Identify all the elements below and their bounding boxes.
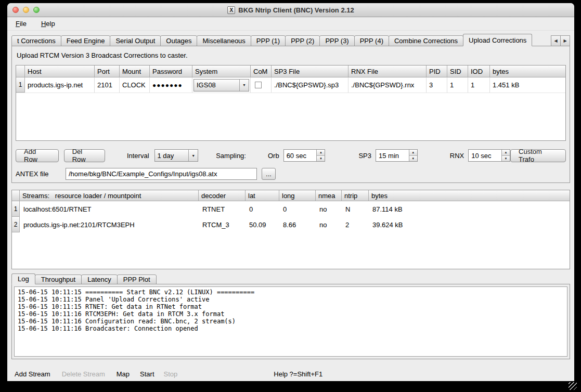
system-select[interactable]: IGS08 ▼: [193, 79, 249, 92]
tab-log[interactable]: Log: [11, 273, 35, 284]
log-line: 15-06-15 10:11:16 RTCM3EPH: Get data in …: [18, 310, 564, 318]
tab-throughput[interactable]: Throughput: [35, 275, 82, 284]
tab-combine-corrections[interactable]: Combine Corrections: [389, 35, 463, 46]
orb-label: Orb: [268, 152, 279, 160]
cell-port[interactable]: 2101: [95, 77, 120, 93]
tab-ppp-4[interactable]: PPP (4): [354, 35, 389, 46]
cell-iod[interactable]: 1: [468, 77, 490, 93]
chevron-down-icon: ▼: [239, 80, 249, 91]
menu-file[interactable]: File: [14, 19, 29, 29]
add-stream-button[interactable]: Add Stream: [15, 370, 50, 378]
log-line: 15-06-15 10:11:16 Broadcaster: Connectio…: [18, 325, 564, 332]
column-header-lat: lat: [246, 190, 279, 201]
orb-spinbox[interactable]: 60 sec ▲ ▼: [283, 149, 326, 162]
stream-row[interactable]: 1 localhost:6501/RTNET RTNET 0 0 no N 87…: [12, 201, 570, 217]
tab-latency[interactable]: Latency: [81, 275, 118, 284]
spin-up-button[interactable]: ▲: [502, 150, 510, 156]
cell-system: IGS08 ▼: [192, 77, 251, 93]
window-title: BKG Ntrip Client (BNC) Version 2.12: [238, 6, 354, 14]
del-row-button[interactable]: Del Row: [64, 149, 105, 162]
log-line: 15-06-15 10:11:15 ========== Start BNC v…: [18, 289, 564, 296]
zoom-button[interactable]: [33, 7, 40, 13]
tab-feed-engine[interactable]: Feed Engine: [61, 35, 111, 46]
tab-serial-output[interactable]: Serial Output: [110, 35, 161, 46]
interval-select[interactable]: 1 day ▼: [154, 149, 199, 162]
rnx-spinbox[interactable]: 10 sec ▲ ▼: [468, 149, 510, 162]
window-title-wrap: X BKG Ntrip Client (BNC) Version 2.12: [227, 6, 354, 14]
cell-sid[interactable]: 1: [447, 77, 468, 93]
chevron-down-icon: ▼: [188, 150, 198, 161]
cell-decoder: RTCM_3: [199, 217, 246, 232]
spin-up-button[interactable]: ▲: [409, 150, 417, 156]
help-shortcut-label[interactable]: Help ?=Shift+F1: [274, 370, 322, 378]
menu-help[interactable]: Help: [39, 19, 57, 29]
sampling-label: Sampling:: [216, 152, 246, 160]
start-button[interactable]: Start: [140, 370, 154, 378]
column-header-bytes: bytes: [369, 190, 570, 201]
cell-ntrip: 2: [342, 217, 369, 232]
cell-password[interactable]: ●●●●●●●: [150, 77, 192, 93]
spin-down-button[interactable]: ▼: [409, 156, 417, 162]
column-header-ntrip: ntrip: [342, 190, 369, 201]
tab-ppp-2[interactable]: PPP (2): [285, 35, 320, 46]
streams-header-row: Streams: resource loader / mountpoint de…: [12, 190, 570, 201]
column-header-mount: Mount: [120, 66, 150, 77]
custom-trafo-button[interactable]: Custom Trafo: [510, 149, 566, 162]
column-header-sp3-file: SP3 File: [272, 66, 348, 77]
cell-lat: 0: [246, 201, 279, 217]
cell-long: 0: [279, 201, 316, 217]
row-number[interactable]: 1: [16, 77, 25, 93]
log-output[interactable]: 15-06-15 10:11:15 ========== Start BNC v…: [14, 286, 567, 357]
resize-grip[interactable]: [569, 382, 577, 390]
upload-controls-row: Add Row Del Row Interval 1 day ▼ Samplin…: [16, 149, 566, 162]
monitor-tab-bar: Log Throughput Latency PPP Plot: [11, 273, 570, 284]
cell-host[interactable]: products.igs-ip.net: [25, 77, 95, 93]
add-row-button[interactable]: Add Row: [16, 149, 59, 162]
menu-bar: File Help: [7, 17, 574, 31]
cell-mount[interactable]: CLOCK: [120, 77, 150, 93]
tab-scroll-right-button[interactable]: ▶: [560, 35, 570, 46]
stream-row[interactable]: 2 products.igs-ip.net:2101/RTCM3EPH RTCM…: [12, 217, 570, 232]
window-controls: [12, 3, 40, 17]
x11-app-icon: X: [227, 6, 235, 14]
interval-select-value: 1 day: [155, 152, 189, 160]
tab-bar: t Corrections Feed Engine Serial Output …: [11, 34, 570, 46]
cell-rnx-file[interactable]: ./BNC${GPSWD}.rnx: [348, 77, 427, 93]
tab-outages[interactable]: Outages: [160, 35, 197, 46]
cell-bytes: 39.624 kB: [369, 217, 570, 232]
tab-upload-corrections[interactable]: Upload Corrections: [463, 34, 532, 46]
rnx-label: RNX: [450, 152, 464, 160]
left-arrow-icon: ◀: [554, 38, 557, 43]
spinner-buttons: ▲ ▼: [316, 150, 325, 161]
tab-ppp-1[interactable]: PPP (1): [251, 35, 286, 46]
spin-down-button[interactable]: ▼: [502, 156, 510, 162]
spin-down-button[interactable]: ▼: [317, 156, 325, 162]
cell-sp3-file[interactable]: ./BNC${GPSWD}.sp3: [272, 77, 348, 93]
cell-pid[interactable]: 3: [427, 77, 447, 93]
com-checkbox[interactable]: [255, 82, 262, 88]
tab-ppp-plot[interactable]: PPP Plot: [117, 275, 157, 284]
close-button[interactable]: [12, 7, 19, 13]
map-button[interactable]: Map: [117, 370, 130, 378]
minimize-button[interactable]: [23, 7, 29, 13]
title-bar[interactable]: X BKG Ntrip Client (BNC) Version 2.12: [7, 3, 574, 17]
tab-corrections[interactable]: t Corrections: [11, 35, 61, 46]
row-number[interactable]: 2: [12, 217, 20, 232]
spin-up-button[interactable]: ▲: [317, 150, 325, 156]
log-line: 15-06-15 10:11:15 Panel 'Upload Correcti…: [18, 296, 564, 303]
browse-button[interactable]: ...: [262, 168, 276, 180]
main-area: t Corrections Feed Engine Serial Output …: [7, 31, 574, 381]
column-header-port: Port: [95, 66, 120, 77]
column-header-password: Password: [150, 66, 192, 77]
column-header-decoder: decoder: [199, 190, 246, 201]
tab-scroll-left-button[interactable]: ◀: [551, 35, 561, 46]
cell-mountpoint: products.igs-ip.net:2101/RTCM3EPH: [20, 217, 199, 232]
row-number[interactable]: 1: [12, 201, 20, 217]
tab-miscellaneous[interactable]: Miscellaneous: [197, 35, 251, 46]
antex-file-input[interactable]: [66, 168, 257, 180]
column-header-bytes: bytes: [490, 66, 565, 77]
sp3-spinbox[interactable]: 15 min ▲ ▼: [376, 149, 418, 162]
column-header-host: Host: [25, 66, 95, 77]
column-header-pid: PID: [427, 66, 447, 77]
tab-ppp-3[interactable]: PPP (3): [319, 35, 354, 46]
